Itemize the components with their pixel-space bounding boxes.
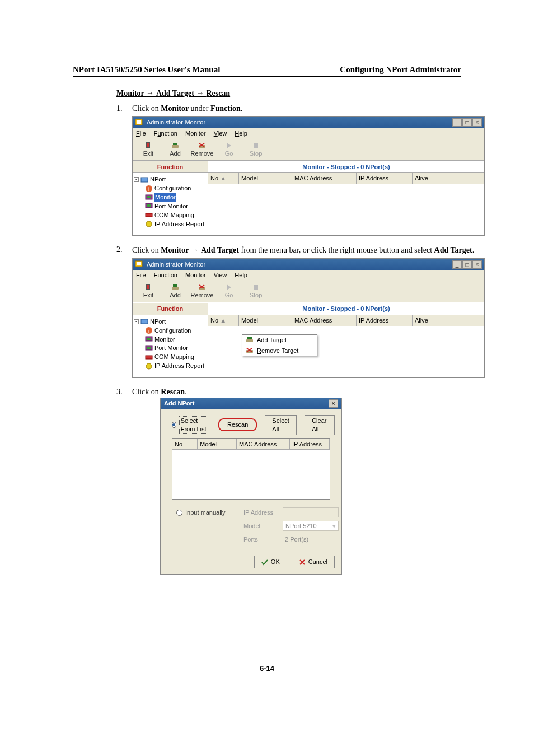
- svg-marker-9: [227, 143, 231, 148]
- rescan-button[interactable]: Rescan: [218, 418, 257, 431]
- col-no[interactable]: No ▲: [208, 173, 239, 184]
- svg-rect-21: [137, 262, 141, 265]
- svg-rect-18: [146, 213, 152, 217]
- tree-monitor[interactable]: Monitor: [154, 193, 176, 202]
- menubar-2: File Function Monitor View Help: [133, 270, 484, 281]
- tree-port-monitor[interactable]: Port Monitor: [154, 202, 188, 211]
- status-bar-2: Monitor - Stopped - 0 NPort(s): [208, 302, 484, 315]
- win-title: Administrator-Monitor: [147, 118, 205, 127]
- tree-root[interactable]: NPort: [150, 175, 166, 184]
- svg-rect-31: [141, 319, 148, 324]
- svg-rect-40: [246, 339, 253, 342]
- svg-rect-10: [254, 143, 258, 148]
- col-mac[interactable]: MAC Address: [292, 173, 357, 184]
- menu-function[interactable]: Function: [154, 129, 177, 138]
- col-alive[interactable]: Alive: [413, 315, 446, 326]
- svg-rect-25: [173, 284, 177, 287]
- radio-select-list[interactable]: [172, 422, 176, 428]
- menu-file[interactable]: File: [136, 271, 146, 279]
- chevron-down-icon: ▾: [332, 522, 336, 530]
- tool-exit[interactable]: Exit: [136, 282, 161, 301]
- tree-config[interactable]: Configuration: [154, 184, 191, 193]
- menu-view[interactable]: View: [214, 129, 227, 138]
- tree-monitor[interactable]: Monitor: [154, 335, 175, 344]
- nport-icon: [140, 176, 148, 183]
- win-title-2: Administrator-Monitor: [147, 260, 205, 269]
- com-mapping-icon: [145, 212, 153, 218]
- tree-toggle-icon[interactable]: -: [134, 319, 139, 324]
- lcol-ip[interactable]: IP Address: [290, 439, 330, 450]
- svg-rect-4: [172, 145, 179, 148]
- min-button[interactable]: _: [452, 260, 462, 269]
- svg-rect-41: [247, 337, 252, 339]
- radio-input-manual[interactable]: [176, 510, 182, 516]
- titlebar-2: Administrator-Monitor _ □ ×: [133, 259, 484, 270]
- section-title: Monitor → Add Target → Rescan: [116, 88, 461, 98]
- tool-add[interactable]: Add: [163, 282, 188, 301]
- lcol-mac[interactable]: MAC Address: [237, 439, 290, 450]
- add-icon: [171, 142, 180, 150]
- col-alive[interactable]: Alive: [413, 173, 446, 184]
- function-hdr-2: Function: [133, 302, 208, 315]
- menu-file[interactable]: File: [136, 129, 146, 138]
- col-ip[interactable]: IP Address: [357, 315, 413, 326]
- ok-button[interactable]: OK: [254, 556, 287, 568]
- cancel-button[interactable]: Cancel: [292, 556, 335, 568]
- list-body: [172, 450, 330, 499]
- dlg-titlebar: Add NPort ×: [161, 398, 341, 409]
- menu-function[interactable]: Function: [154, 271, 177, 279]
- tree-com[interactable]: COM Mapping: [154, 353, 194, 361]
- model-select: NPort 5210▾: [283, 521, 339, 531]
- svg-rect-38: [146, 356, 152, 359]
- play-icon: [224, 142, 233, 150]
- menu-view[interactable]: View: [214, 271, 227, 279]
- step3-text: Click on Rescan.: [132, 388, 187, 396]
- close-button[interactable]: ×: [472, 118, 482, 127]
- page-number: 6-14: [73, 664, 461, 673]
- svg-rect-3: [147, 143, 149, 147]
- tree-config[interactable]: Configuration: [154, 326, 191, 335]
- close-button[interactable]: ×: [472, 260, 482, 269]
- col-model[interactable]: Model: [239, 315, 292, 326]
- col-ip[interactable]: IP Address: [357, 173, 413, 184]
- dlg-close[interactable]: ×: [329, 399, 338, 408]
- svg-rect-15: [147, 196, 151, 198]
- tree-toggle-icon[interactable]: -: [134, 177, 139, 182]
- menu-monitor[interactable]: Monitor: [185, 271, 206, 279]
- context-menu: Add Target Remove Target: [242, 334, 317, 357]
- select-all-button[interactable]: Select All: [265, 415, 297, 435]
- radio-input-manual-label: Input manually: [185, 508, 226, 517]
- col-mac[interactable]: MAC Address: [292, 315, 357, 326]
- svg-rect-1: [137, 120, 141, 124]
- max-button[interactable]: □: [462, 260, 472, 269]
- min-button[interactable]: _: [452, 118, 462, 127]
- col-model[interactable]: Model: [239, 173, 292, 184]
- tool-go: Go: [217, 282, 241, 301]
- lcol-no[interactable]: No: [172, 439, 198, 450]
- clear-all-button[interactable]: Clear All: [305, 415, 335, 435]
- check-icon: [261, 559, 268, 566]
- menu-help[interactable]: Help: [235, 129, 247, 138]
- tool-add[interactable]: Add: [163, 141, 188, 159]
- lcol-model[interactable]: Model: [198, 439, 237, 450]
- svg-rect-5: [173, 143, 177, 145]
- max-button[interactable]: □: [462, 118, 472, 127]
- col-no[interactable]: No ▲: [208, 315, 239, 326]
- tree-port-monitor[interactable]: Port Monitor: [154, 344, 188, 352]
- menu-monitor[interactable]: Monitor: [185, 129, 206, 138]
- ctx-add-target[interactable]: Add Target: [242, 335, 317, 346]
- tree-root[interactable]: NPort: [150, 318, 166, 326]
- tree-ip[interactable]: IP Address Report: [154, 220, 204, 228]
- menu-help[interactable]: Help: [235, 271, 247, 279]
- tool-remove[interactable]: Remove: [190, 141, 214, 159]
- ctx-remove-target[interactable]: Remove Target: [242, 346, 317, 356]
- tool-remove[interactable]: Remove: [190, 282, 214, 301]
- exit-icon: [144, 142, 153, 150]
- tree-com[interactable]: COM Mapping: [154, 211, 194, 220]
- tool-exit[interactable]: Exit: [136, 141, 161, 159]
- grid-body: [208, 184, 484, 218]
- tree-ip[interactable]: IP Address Report: [154, 362, 204, 370]
- app-icon: [135, 260, 144, 268]
- menubar: File Function Monitor View Help: [133, 128, 484, 139]
- add-icon: [246, 337, 254, 343]
